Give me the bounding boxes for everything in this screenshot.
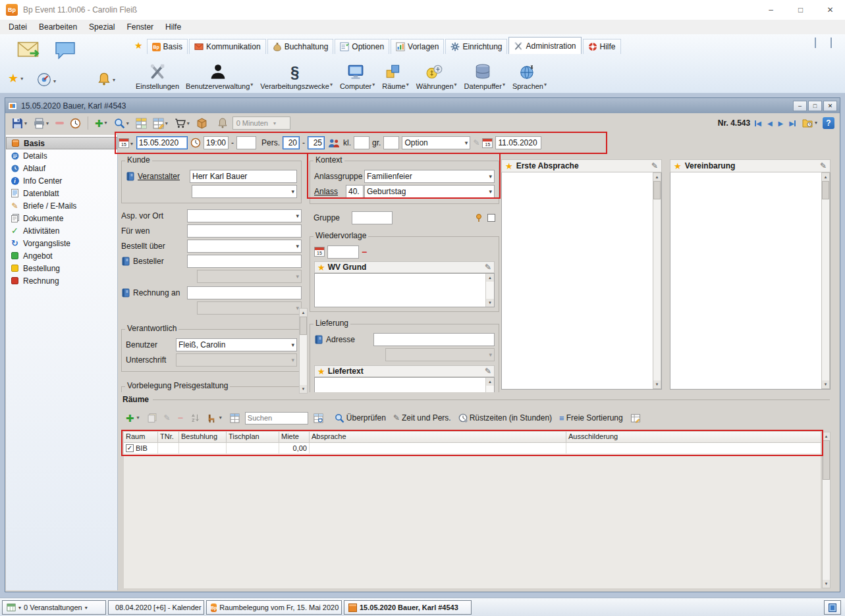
search-button[interactable]: [113, 116, 131, 130]
chevron-down-icon[interactable]: [165, 120, 169, 129]
nav-next-button[interactable]: ▶: [777, 118, 785, 128]
calendar-icon[interactable]: 15: [314, 247, 325, 257]
chevron-down-icon[interactable]: [406, 82, 410, 90]
event-window-titlebar[interactable]: 15.05.2020 Bauer, Karl #4543 – □ ✕: [5, 98, 840, 113]
scroll-up-icon[interactable]: [300, 309, 307, 317]
chevron-down-icon[interactable]: [85, 605, 88, 611]
tab-basis[interactable]: Bp Basis: [147, 39, 188, 54]
col-tnr[interactable]: TNr.: [158, 432, 179, 443]
sidebar-item-info-center[interactable]: i Info Center: [6, 174, 117, 187]
chevron-down-icon[interactable]: [136, 415, 140, 423]
pencil-icon[interactable]: ✎: [485, 263, 491, 271]
gruppe-checkbox[interactable]: [487, 214, 495, 222]
copy-room-button[interactable]: [146, 412, 159, 424]
scroll-up-icon[interactable]: [822, 173, 829, 181]
ribbon-computer[interactable]: Computer: [339, 55, 377, 91]
pencil-icon[interactable]: ✎: [485, 367, 491, 375]
mdi-minimize-icon[interactable]: –: [793, 101, 807, 111]
tab-hilfe[interactable]: Hilfe: [583, 39, 621, 54]
scroll-down-icon[interactable]: [486, 299, 494, 307]
scroll-down-icon[interactable]: [823, 580, 830, 588]
menu-bearbeiten[interactable]: Bearbeiten: [33, 21, 83, 33]
chevron-down-icon[interactable]: [112, 77, 116, 86]
col-absprache[interactable]: Absprache: [310, 432, 566, 443]
col-ausschilderung[interactable]: Ausschilderung: [566, 432, 821, 443]
clock-icon[interactable]: [190, 138, 201, 148]
chevron-down-icon[interactable]: [104, 120, 108, 128]
menu-hilfe[interactable]: Hilfe: [159, 21, 187, 33]
ribbon-verarbeitungszwecke[interactable]: § Verarbeitungszwecke: [259, 55, 335, 91]
vereinbarung-textarea[interactable]: [670, 172, 831, 390]
ribbon-einstellungen[interactable]: Einstellungen: [134, 55, 180, 91]
anlass-select[interactable]: Geburtstag: [364, 185, 495, 198]
date-decision-input[interactable]: [495, 136, 541, 149]
veranstalter-input[interactable]: [190, 170, 297, 183]
wiedervorlage-date-input[interactable]: [327, 245, 359, 259]
scroll-thumb[interactable]: [823, 440, 830, 480]
help-icon[interactable]: ?: [823, 117, 834, 129]
chevron-down-icon[interactable]: [130, 141, 134, 148]
pencil-icon[interactable]: ✎: [820, 162, 827, 170]
scroll-down-icon[interactable]: [653, 380, 661, 388]
chevron-down-icon[interactable]: [543, 82, 547, 90]
sort-rooms-button[interactable]: [188, 412, 202, 424]
anlass-nr-input[interactable]: [346, 185, 364, 198]
chevron-down-icon[interactable]: [45, 120, 49, 129]
date-start-input[interactable]: [136, 136, 188, 149]
scroll-up-icon[interactable]: [823, 432, 830, 440]
seating-button[interactable]: [205, 412, 225, 424]
chevron-down-icon[interactable]: [814, 120, 818, 128]
asp-vor-ort-select[interactable]: [187, 209, 302, 222]
col-miete[interactable]: Miete: [279, 432, 310, 443]
col-bestuhlung[interactable]: Bestuhlung: [179, 432, 227, 443]
ribbon-waehrungen[interactable]: Währungen: [415, 55, 459, 91]
chevron-down-icon[interactable]: [502, 82, 506, 90]
col-raum[interactable]: Raum: [124, 432, 158, 443]
minimize-icon[interactable]: –: [756, 0, 786, 20]
nav-first-button[interactable]: ◀: [753, 118, 763, 128]
veranstalter-contact-select[interactable]: [192, 185, 297, 198]
vereinbarung-scrollbar[interactable]: [821, 172, 830, 389]
erste-absprache-textarea[interactable]: [501, 172, 662, 390]
fuer-wen-input[interactable]: [187, 224, 302, 238]
print-button[interactable]: [32, 116, 51, 130]
sidebar-item-dokumente[interactable]: Dokumente: [6, 212, 117, 224]
chevron-down-icon[interactable]: [371, 82, 375, 90]
scroll-down-icon[interactable]: [822, 380, 829, 388]
sidebar-item-aktivitaeten[interactable]: ✓ Aktivitäten: [6, 224, 117, 237]
chevron-down-icon[interactable]: [126, 120, 130, 129]
chevron-down-icon[interactable]: [250, 82, 254, 90]
reminder-minutes-select[interactable]: 0 Minuten: [232, 116, 290, 130]
window-color-icon[interactable]: [831, 38, 832, 48]
sidebar-item-bestellung[interactable]: Bestellung: [6, 262, 117, 274]
persons-icon[interactable]: [327, 138, 341, 148]
calendar-icon[interactable]: 15: [482, 138, 493, 148]
ribbon-raeume[interactable]: Räume: [381, 55, 410, 91]
gruppe-input[interactable]: [352, 211, 393, 224]
mdi-close-icon[interactable]: ✕: [823, 101, 837, 111]
menu-fenster[interactable]: Fenster: [121, 21, 159, 33]
maximize-icon[interactable]: □: [786, 0, 815, 20]
package-button[interactable]: [195, 116, 209, 130]
scroll-track[interactable]: [300, 317, 307, 385]
sidebar-item-briefe-emails[interactable]: ✎ Briefe / E-Mails: [6, 199, 117, 212]
ribbon-datenpuffer[interactable]: Datenpuffer: [463, 55, 507, 91]
status-kalender[interactable]: 08.04.2020 [+6] - Kalender: [108, 600, 204, 615]
pencil-icon[interactable]: ✎: [473, 139, 479, 147]
tab-optionen[interactable]: Optionen: [335, 39, 389, 54]
chevron-down-icon[interactable]: [20, 76, 24, 84]
address-book-icon[interactable]: [121, 288, 130, 297]
tab-einrichtung[interactable]: Einrichtung: [445, 39, 507, 54]
dial-button[interactable]: [37, 72, 57, 87]
kl-input[interactable]: [354, 136, 369, 149]
address-book-icon[interactable]: [126, 172, 135, 181]
wv-grund-scrollbar[interactable]: [485, 274, 494, 307]
status-veranstaltungen[interactable]: 0 Veranstaltungen: [2, 600, 106, 615]
time-start-input[interactable]: [204, 136, 229, 149]
sidebar-item-rechnung[interactable]: Rechnung: [6, 274, 117, 287]
benutzer-select[interactable]: Fleiß, Carolin: [176, 338, 297, 351]
save-button[interactable]: [11, 116, 29, 130]
mail-icon[interactable]: [17, 39, 41, 59]
tab-buchhaltung[interactable]: Buchhaltung: [267, 39, 334, 54]
remove-date-icon[interactable]: −: [362, 247, 367, 257]
